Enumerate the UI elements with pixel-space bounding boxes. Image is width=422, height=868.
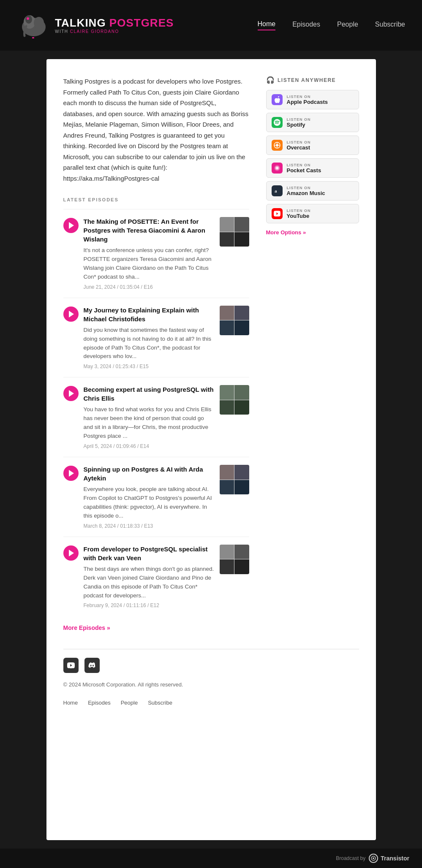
logo-subtitle: WITH CLAIRE GIORDANO xyxy=(55,29,174,34)
episode-info-0: The Making of POSETTE: An Event for Post… xyxy=(84,217,215,290)
thumb-cell xyxy=(234,306,249,320)
play-button-1[interactable] xyxy=(63,307,79,322)
episodes-list: The Making of POSETTE: An Event for Post… xyxy=(63,209,249,616)
listen-anywhere-title: 🎧 LISTEN ANYWHERE xyxy=(266,76,359,84)
episode-desc-4: The best days are when things don't go a… xyxy=(84,565,215,600)
footer-nav-subscribe[interactable]: Subscribe xyxy=(148,700,172,706)
episode-desc-2: You have to find what works for you and … xyxy=(84,405,215,441)
episode-thumb-0 xyxy=(220,217,249,247)
episode-desc-3: Everywhere you look, people are talking … xyxy=(84,485,215,521)
platform-text-pocket: LISTEN ON Pocket Casts xyxy=(287,163,321,174)
transistor-circle-icon xyxy=(369,854,378,863)
platform-name-0: Apple Podcasts xyxy=(287,99,328,105)
copyright: © 2024 Microsoft Corporation. All rights… xyxy=(63,681,359,688)
youtube-social-icon[interactable] xyxy=(63,658,79,673)
platform-text-amazon: LISTEN ON Amazon Music xyxy=(287,186,325,196)
episode-thumb-1 xyxy=(220,306,249,335)
thumb-cell xyxy=(234,480,249,495)
thumb-cell xyxy=(220,480,234,495)
logo-title: TALKING POSTGRES xyxy=(55,17,174,28)
episode-title-2: Becoming expert at using PostgreSQL with… xyxy=(84,385,215,403)
svg-point-4 xyxy=(27,17,29,20)
nav-people[interactable]: People xyxy=(337,21,358,30)
thumb-cell xyxy=(234,465,249,480)
svg-point-7 xyxy=(276,144,278,146)
episode-item: From developer to PostgreSQL specialist … xyxy=(63,537,249,616)
thumb-cell xyxy=(220,306,234,320)
thumb-cell xyxy=(234,545,249,559)
thumb-cell xyxy=(220,559,234,574)
episode-item: Becoming expert at using PostgreSQL with… xyxy=(63,377,249,457)
platform-btn-spotify[interactable]: LISTEN ON Spotify xyxy=(266,113,359,132)
platform-name-2: Overcast xyxy=(287,144,311,151)
episode-item: Spinning up on Postgres & AI with Arda A… xyxy=(63,457,249,537)
more-options-link[interactable]: More Options » xyxy=(266,229,306,236)
logo-text: TALKING POSTGRES WITH CLAIRE GIORDANO xyxy=(55,17,174,34)
platform-name-5: YouTube xyxy=(287,213,311,219)
platform-name-1: Spotify xyxy=(287,122,311,128)
main-nav: Home Episodes People Subscribe xyxy=(258,20,406,30)
episode-info-3: Spinning up on Postgres & AI with Arda A… xyxy=(84,465,215,529)
thumb-cell xyxy=(234,385,249,400)
episode-title-0: The Making of POSETTE: An Event for Post… xyxy=(84,217,215,244)
play-button-4[interactable] xyxy=(63,545,79,561)
play-icon-3 xyxy=(69,470,74,477)
more-episodes-link[interactable]: More Episodes » xyxy=(63,624,110,631)
episode-meta-0: June 21, 2024 / 01:35:04 / E16 xyxy=(84,284,215,290)
platform-listen-on-4: LISTEN ON xyxy=(287,186,325,190)
thumb-cell xyxy=(220,232,234,247)
platform-icon-youtube xyxy=(272,208,283,219)
thumb-cell xyxy=(234,559,249,574)
broadcast-by-text: Broadcast by xyxy=(336,855,365,861)
episode-meta-4: February 9, 2024 / 01:11:16 / E12 xyxy=(84,602,215,608)
platform-name-3: Pocket Casts xyxy=(287,167,321,174)
headphone-icon: 🎧 xyxy=(266,76,275,84)
podcast-description: Talking Postgres is a podcast for develo… xyxy=(63,76,249,184)
main-card: Talking Postgres is a podcast for develo… xyxy=(46,59,376,840)
thumb-cell xyxy=(234,400,249,415)
discord-social-icon[interactable] xyxy=(84,658,100,673)
svg-point-2 xyxy=(34,17,44,29)
episode-title-4: From developer to PostgreSQL specialist … xyxy=(84,545,215,562)
svg-rect-5 xyxy=(32,37,34,38)
platform-btn-pocket[interactable]: LISTEN ON Pocket Casts xyxy=(266,158,359,178)
platform-listen-on-0: LISTEN ON xyxy=(287,95,328,99)
episode-item: My Journey to Explaining Explain with Mi… xyxy=(63,298,249,377)
platform-btn-apple[interactable]: LISTEN ON Apple Podcasts xyxy=(266,90,359,109)
platforms-list: LISTEN ON Apple Podcasts LISTEN ON Spoti… xyxy=(266,90,359,223)
episode-info-2: Becoming expert at using PostgreSQL with… xyxy=(84,385,215,449)
platform-text-overcast: LISTEN ON Overcast xyxy=(287,140,311,151)
episode-item: The Making of POSETTE: An Event for Post… xyxy=(63,209,249,298)
episode-info-1: My Journey to Explaining Explain with Mi… xyxy=(84,306,215,370)
logo: TALKING POSTGRES WITH CLAIRE GIORDANO xyxy=(17,8,174,42)
platform-listen-on-2: LISTEN ON xyxy=(287,140,311,144)
platform-btn-overcast[interactable]: LISTEN ON Overcast xyxy=(266,136,359,155)
play-button-2[interactable] xyxy=(63,386,79,401)
play-button-0[interactable] xyxy=(63,218,79,233)
thumb-cell xyxy=(220,217,234,232)
footer-nav: HomeEpisodesPeopleSubscribe xyxy=(63,700,359,706)
thumb-cell xyxy=(220,465,234,480)
platform-btn-amazon[interactable]: a LISTEN ON Amazon Music xyxy=(266,181,359,201)
footer-section: © 2024 Microsoft Corporation. All rights… xyxy=(63,649,359,706)
footer-nav-episodes[interactable]: Episodes xyxy=(88,700,110,706)
footer-nav-people[interactable]: People xyxy=(121,700,138,706)
play-button-3[interactable] xyxy=(63,466,79,481)
nav-episodes[interactable]: Episodes xyxy=(292,21,320,30)
platform-text-apple: LISTEN ON Apple Podcasts xyxy=(287,95,328,105)
footer-nav-home[interactable]: Home xyxy=(63,700,78,706)
episode-meta-1: May 3, 2024 / 01:25:43 / E15 xyxy=(84,363,215,369)
episode-desc-1: Did you know that sometimes the fastest … xyxy=(84,326,215,361)
platform-name-4: Amazon Music xyxy=(287,190,325,196)
episode-thumb-4 xyxy=(220,545,249,574)
footer-divider xyxy=(63,649,359,649)
nav-subscribe[interactable]: Subscribe xyxy=(375,21,405,30)
thumb-cell xyxy=(220,400,234,415)
episode-thumb-2 xyxy=(220,385,249,415)
transistor-name: Transistor xyxy=(381,855,409,862)
logo-icon xyxy=(17,8,51,42)
transistor-logo[interactable]: Transistor xyxy=(369,854,409,863)
nav-home[interactable]: Home xyxy=(258,20,276,30)
play-icon-1 xyxy=(69,311,74,317)
platform-btn-youtube[interactable]: LISTEN ON YouTube xyxy=(266,204,359,223)
